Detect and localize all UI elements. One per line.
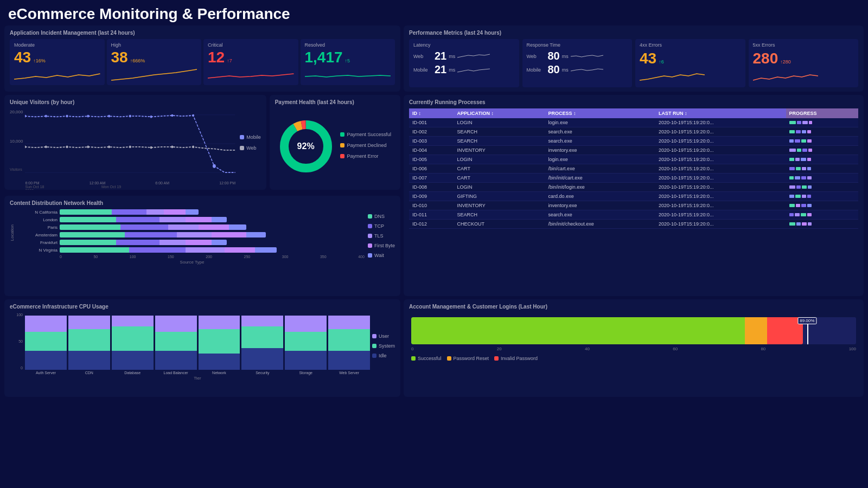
- cell-process: search.exe: [545, 210, 655, 220]
- incident-panel: Application Incident Management (last 24…: [4, 25, 400, 92]
- cell-progress: [786, 146, 858, 155]
- svg-point-10: [171, 114, 174, 117]
- payment-legend: Payment Successful Payment Declined Paym…: [340, 132, 391, 161]
- cpu-col: Storage: [285, 316, 327, 375]
- x-sub-1: Sun Oct 18: [25, 185, 44, 189]
- x-label-3: 6:00 AM: [155, 181, 169, 185]
- resolved-value: 1,417: [305, 49, 343, 66]
- resolved-change: ↑5: [345, 58, 350, 63]
- incident-moderate: Moderate 43 ↑16%: [10, 39, 105, 85]
- cell-process: /bin/init/cart.exe: [545, 174, 655, 183]
- cell-app: GIFTING: [454, 192, 545, 201]
- latency-web-value: 21: [435, 50, 446, 62]
- table-row: ID-007 CART /bin/init/cart.exe 2020-10-1…: [409, 174, 858, 183]
- svg-point-17: [108, 146, 111, 149]
- incident-high: High 38 ↑666%: [107, 39, 202, 85]
- latency-web-label: Web: [413, 54, 432, 59]
- cell-lastrun: 2020-10-19T15:19:20:0...: [655, 183, 786, 192]
- table-row: ID-006 CART /bin/cart.exe 2020-10-19T15:…: [409, 164, 858, 174]
- cpu-col: Web Server: [328, 316, 370, 375]
- cdn-legend-item: First Byte: [368, 243, 395, 248]
- visitors-panel: Unique Visitors (by hour) 20,000 10,000 …: [4, 95, 266, 190]
- cell-id: ID-003: [409, 137, 454, 146]
- account-marker: 89.00%: [797, 317, 816, 324]
- cell-lastrun: 2020-10-19T15:19:20:0...: [655, 174, 786, 183]
- legend-invalid-password: Invalid Password: [494, 356, 538, 361]
- resolved-sparkline: [305, 68, 391, 82]
- cell-process: /bin/init/checkout.exe: [545, 220, 655, 229]
- svg-point-14: [45, 146, 47, 149]
- page-title: eCommerce Monitoring & Performance: [0, 0, 868, 25]
- cpu-legend-item: Idle: [372, 353, 395, 358]
- svg-point-6: [87, 115, 90, 118]
- table-row: ID-003 SEARCH search.exe 2020-10-19T15:1…: [409, 137, 858, 146]
- table-row: ID-012 CHECKOUT /bin/init/checkout.exe 2…: [409, 220, 858, 229]
- cell-id: ID-002: [409, 127, 454, 137]
- payment-panel: Payment Health (last 24 hours) 92%: [270, 95, 400, 190]
- cdn-location-label: London: [20, 217, 58, 222]
- cell-id: ID-011: [409, 210, 454, 220]
- cell-process: inventory.exe: [545, 146, 655, 155]
- cell-id: ID-004: [409, 146, 454, 155]
- visitors-y-mid: 10,000: [10, 139, 23, 144]
- donut-container: 92% Payment Successful Payment Declined …: [275, 108, 395, 184]
- errors-4xx-title: 4xx Errors: [640, 42, 741, 48]
- svg-point-15: [66, 146, 68, 149]
- cpu-tier-label: Web Server: [339, 371, 359, 375]
- cdn-location-label: Amsterdam: [20, 233, 58, 237]
- cell-app: CHECKOUT: [454, 220, 545, 229]
- cpu-tier-label: Storage: [299, 371, 312, 375]
- donut-value: 92%: [297, 142, 315, 151]
- cell-id: ID-012: [409, 220, 454, 229]
- cpu-tier-label: CDN: [85, 371, 93, 375]
- payment-title: Payment Health (last 24 hours): [275, 99, 395, 105]
- account-legend: Successful Password Reset Invalid Passwo…: [411, 356, 856, 363]
- table-row: ID-008 LOGIN /bin/init/login.exe 2020-10…: [409, 183, 858, 192]
- latency-mobile-unit: ms: [449, 67, 455, 73]
- legend-password-reset: Password Reset: [447, 356, 489, 361]
- incident-cards: Moderate 43 ↑16% High 38 ↑666%: [10, 39, 395, 85]
- cell-app: SEARCH: [454, 137, 545, 146]
- cell-app: LOGIN: [454, 183, 545, 192]
- cpu-legend-item: User: [372, 333, 395, 339]
- legend-successful: Payment Successful: [340, 132, 391, 137]
- col-app: APPLICATION ↕: [454, 108, 545, 118]
- cpu-col: Network: [199, 316, 240, 375]
- cell-id: ID-001: [409, 118, 454, 127]
- cell-id: ID-010: [409, 201, 454, 210]
- processes-table: ID ↕ APPLICATION ↕ PROCESS ↕ LAST RUN ↕ …: [409, 108, 858, 229]
- cpu-tier-label: Auth Server: [36, 371, 56, 375]
- cpu-legend-item: System: [372, 343, 395, 349]
- moderate-value: 43: [14, 49, 31, 66]
- cell-app: INVENTORY: [454, 201, 545, 210]
- cpu-panel: eCommerce Infrastructure CPU Usage 10050…: [4, 299, 400, 397]
- processes-title: Currently Running Processes: [409, 99, 858, 105]
- moderate-label: Moderate: [14, 42, 100, 48]
- response-title: Response Time: [527, 42, 628, 48]
- cell-id: ID-005: [409, 155, 454, 164]
- col-process: PROCESS ↕: [545, 108, 655, 118]
- cdn-y-axis-label: Location: [10, 224, 16, 241]
- cell-progress: [786, 220, 858, 229]
- latency-mobile-value: 21: [435, 63, 446, 76]
- cell-lastrun: 2020-10-19T15:19:20:0...: [655, 210, 786, 220]
- svg-point-9: [150, 115, 152, 118]
- cpu-x-title: Tier: [25, 376, 370, 381]
- incident-critical: Critical 12 ↑7: [203, 39, 298, 85]
- col-lastrun: LAST RUN ↕: [655, 108, 786, 118]
- cell-app: SEARCH: [454, 127, 545, 137]
- cell-lastrun: 2020-10-19T15:19:20:0...: [655, 201, 786, 210]
- svg-point-7: [108, 115, 111, 118]
- response-mobile-value: 80: [548, 63, 560, 76]
- cell-progress: [786, 164, 858, 174]
- table-row: ID-001 LOGIN login.exe 2020-10-19T15:19:…: [409, 118, 858, 127]
- svg-point-16: [87, 146, 90, 149]
- latency-mobile-label: Mobile: [413, 67, 432, 73]
- response-mobile-unit: ms: [562, 67, 569, 73]
- cpu-title: eCommerce Infrastructure CPU Usage: [10, 304, 395, 310]
- critical-label: Critical: [208, 42, 294, 48]
- cdn-location-label: N California: [20, 210, 58, 215]
- errors-4xx-value: 43: [640, 50, 656, 67]
- response-web-value: 80: [548, 50, 560, 62]
- svg-point-13: [25, 146, 26, 149]
